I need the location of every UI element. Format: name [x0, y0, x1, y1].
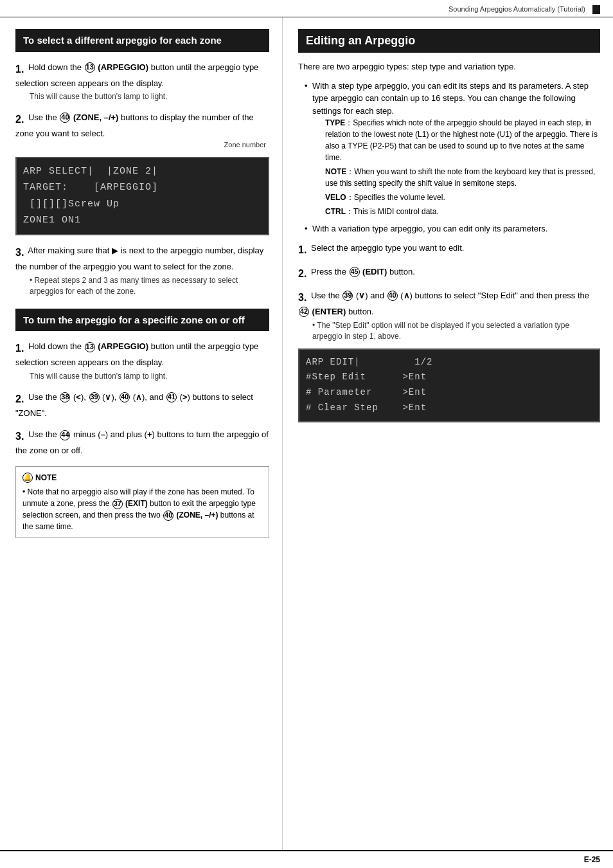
note-title: 🔔 NOTE — [22, 472, 262, 484]
r-step1-text: Select the arpeggio type you want to edi… — [311, 243, 465, 253]
step-label-2: 2. — [15, 112, 24, 127]
display-row-4: ZONE1 ON1 — [23, 212, 262, 229]
def-list: TYPE：Specifies which note of the arpeggi… — [325, 117, 600, 217]
def-note: NOTE：When you want to shift the note fro… — [325, 166, 600, 189]
note-icon: 🔔 — [22, 473, 33, 483]
s2-step-label-1: 1. — [15, 341, 24, 356]
display2-row1: ARP EDIT| 1/2 — [306, 355, 592, 370]
def-velo: VELO：Specifies the volume level. — [325, 192, 600, 203]
s2-step-label-3: 3. — [15, 429, 24, 444]
section2-step1: 1. Hold down the 13 (ARPEGGIO) button un… — [15, 340, 269, 381]
display-box-2: ARP EDIT| 1/2 #Step Edit >Ent # Paramete… — [298, 348, 600, 422]
right-step3: 3. Use the 39 (∨) and 40 (∧) buttons to … — [298, 289, 600, 422]
circle-40: 40 — [60, 113, 70, 123]
bottom-bar-text: E-25 — [584, 855, 600, 864]
right-column: Editing an Arpeggio There are two arpegg… — [283, 17, 613, 850]
section1-step2: 2. Use the 40 (ZONE, –/+) buttons to dis… — [15, 111, 269, 235]
circle-13: 13 — [85, 62, 95, 73]
section1-step1: 1. Hold down the 13 (ARPEGGIO) button un… — [15, 61, 269, 102]
s2-circle-40: 40 — [120, 392, 130, 402]
step-label-3: 3. — [15, 245, 24, 260]
step3-text: After making sure that ▶ is next to the … — [15, 246, 263, 271]
s2-step1-text: Hold down the 13 (ARPEGGIO) button until… — [15, 341, 258, 367]
display-row-1: ARP SELECT| |ZONE 2| — [23, 163, 262, 180]
top-bar-block — [592, 5, 600, 14]
r-step-label-2: 2. — [298, 266, 306, 282]
r-step2-text: Press the 45 (EDIT) button. — [311, 267, 415, 276]
bullet-item-1: With a step type arpeggio, you can edit … — [305, 80, 600, 218]
section3-header: Editing an Arpeggio — [298, 29, 600, 53]
display2-row2: #Step Edit >Ent — [306, 370, 592, 385]
zone-number-label: Zone number — [15, 140, 266, 150]
section2-header: To turn the arpeggio for a specific zone… — [15, 309, 269, 332]
r-step-label-3: 3. — [298, 290, 306, 305]
step1-indent: This will cause the button's lamp to lig… — [30, 91, 269, 102]
def-ctrl: CTRL：This is MIDI control data. — [325, 206, 600, 217]
s2-circle-38: 38 — [60, 392, 70, 402]
def-type: TYPE：Specifies which note of the arpeggi… — [325, 117, 600, 163]
display2-row4: # Clear Step >Ent — [306, 401, 592, 416]
s2-step-label-2: 2. — [15, 392, 24, 407]
step2-text: Use the 40 (ZONE, –/+) buttons to displa… — [15, 113, 254, 138]
note-circle-37: 37 — [112, 499, 123, 509]
note-label: NOTE — [35, 472, 57, 484]
main-content: To select a different arpeggio for each … — [0, 17, 613, 850]
note-box: 🔔 NOTE • Note that no arpeggio also will… — [15, 466, 269, 538]
section2-step2: 2. Use the 38 (<), 39 (∨), 40 (∧), and 4… — [15, 391, 269, 420]
note-text: • Note that no arpeggio also will play i… — [22, 486, 262, 532]
step3-subbullet: Repeat steps 2 and 3 as many times as ne… — [30, 275, 269, 297]
r-circle-42: 42 — [299, 307, 309, 317]
top-bar-text: Sounding Arpeggios Automatically (Tutori… — [449, 5, 585, 13]
r-step3-text: Use the 39 (∨) and 40 (∧) buttons to sel… — [298, 291, 589, 316]
left-column: To select a different arpeggio for each … — [0, 17, 283, 850]
s2-step3-text: Use the 44 minus (–) and plus (+) button… — [15, 429, 269, 455]
top-bar: Sounding Arpeggios Automatically (Tutori… — [0, 0, 613, 17]
r-circle-39: 39 — [342, 291, 353, 301]
right-step2: 2. Press the 45 (EDIT) button. — [298, 266, 600, 282]
note-circle-40: 40 — [163, 511, 173, 521]
display-row-3: [][][]Screw Up — [23, 196, 262, 213]
s2-circle-39: 39 — [89, 392, 100, 402]
display-box-1: ARP SELECT| |ZONE 2| TARGET: [ARPEGGIO] … — [15, 157, 269, 235]
display2-row3: # Parameter >Ent — [306, 385, 592, 401]
s2-circle-13: 13 — [85, 342, 95, 352]
s2-circle-41: 41 — [166, 392, 177, 402]
right-step1: 1. Select the arpeggio type you want to … — [298, 242, 600, 258]
display-row-2: TARGET: [ARPEGGIO] — [23, 179, 262, 196]
step-label-1: 1. — [15, 62, 24, 77]
bullet-item-2: With a variation type arpeggio, you can … — [305, 222, 600, 235]
s2-circle-44: 44 — [60, 430, 70, 440]
section1-step3: 3. After making sure that ▶ is next to t… — [15, 244, 269, 297]
r-step-label-1: 1. — [298, 242, 306, 258]
bottom-bar: E-25 — [0, 850, 613, 868]
right-bullets: With a step type arpeggio, you can edit … — [305, 80, 600, 235]
r-circle-40: 40 — [387, 291, 398, 301]
r-circle-45: 45 — [350, 267, 360, 277]
page: Sounding Arpeggios Automatically (Tutori… — [0, 0, 613, 868]
right-intro: There are two arpeggio types: step type … — [298, 60, 600, 73]
r-step3-subbullet: The "Step Edit" option will not be displ… — [312, 320, 600, 342]
s2-step1-indent: This will cause the button's lamp to lig… — [30, 371, 269, 382]
step1-text: Hold down the 13 (ARPEGGIO) button until… — [15, 62, 258, 88]
section1-header: To select a different arpeggio for each … — [15, 29, 269, 52]
s2-step2-text: Use the 38 (<), 39 (∨), 40 (∧), and 41 (… — [15, 392, 253, 418]
section2-step3: 3. Use the 44 minus (–) and plus (+) but… — [15, 428, 269, 457]
